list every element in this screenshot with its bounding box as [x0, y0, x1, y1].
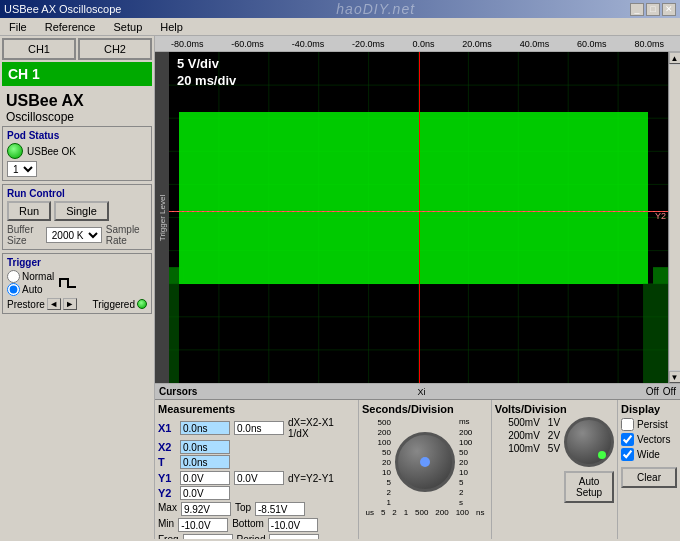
trigger-mode-group: Normal Auto — [7, 270, 54, 296]
stats-row-1: Max 9.92V Top -8.51V — [158, 502, 355, 516]
single-button[interactable]: Single — [54, 201, 109, 221]
dy-label: dY=Y2-Y1 — [288, 473, 334, 484]
voltdiv-knob-container: Auto Setup — [564, 417, 614, 503]
menu-reference[interactable]: Reference — [40, 20, 101, 34]
waveform-high — [179, 112, 648, 284]
voltdiv-500mv: 500mV — [495, 417, 540, 428]
auto-setup-button[interactable]: Auto Setup — [564, 471, 614, 503]
x1-label: X1 — [158, 422, 180, 434]
vectors-label: Vectors — [637, 434, 670, 445]
pod-led — [7, 143, 23, 159]
close-button[interactable]: ✕ — [662, 3, 676, 16]
secdiv-knob-area: 500 200 100 50 20 10 5 2 1 — [378, 417, 473, 507]
time-label-8: 80.0ms — [634, 39, 664, 49]
t-value: 0.0ns — [180, 455, 230, 469]
menu-file[interactable]: File — [4, 20, 32, 34]
time-axis-labels: -80.0ms -60.0ms -40.0ms -20.0ms 0.0ns 20… — [157, 39, 678, 49]
voltdiv-row-2: 100mV 5V — [495, 443, 560, 454]
secdiv-knob[interactable] — [395, 432, 455, 492]
persist-checkbox[interactable] — [621, 418, 634, 431]
menu-help[interactable]: Help — [155, 20, 188, 34]
trigger-normal-option[interactable]: Normal — [7, 270, 54, 283]
cursor-line-vertical — [419, 52, 420, 383]
prestore-left-button[interactable]: ◄ — [47, 298, 61, 310]
left-panel: CH1 CH2 CH 1 USBee AX Oscilloscope Pod S… — [0, 36, 155, 539]
buffer-size-select[interactable]: 2000 K — [46, 227, 102, 243]
brand-name: USBee AX — [6, 92, 148, 110]
secdiv-unit-ms: ms — [459, 417, 472, 426]
secdiv-left-labels: 500 200 100 50 20 10 5 2 1 — [378, 418, 391, 507]
voltdiv-options: 500mV 1V 200mV 2V 100mV 5V — [495, 417, 560, 503]
time-label-7: 60.0ms — [577, 39, 607, 49]
pod-channel-select[interactable]: 1 — [7, 161, 37, 177]
svg-rect-21 — [653, 267, 668, 284]
menu-bar: File Reference Setup Help — [0, 18, 680, 36]
run-control-label: Run Control — [7, 188, 147, 199]
menu-setup[interactable]: Setup — [109, 20, 148, 34]
bottom-label: Bottom — [232, 518, 264, 532]
brand-model: Oscilloscope — [6, 110, 148, 124]
trigger-section: Trigger Normal Auto — [2, 253, 152, 314]
period-label: Period — [237, 534, 266, 539]
stats-row-3: Freq Period — [158, 534, 355, 539]
xi-label: Xi — [418, 387, 426, 397]
svg-rect-19 — [643, 284, 668, 383]
x1-value: 0.0ns — [180, 421, 230, 435]
voltdiv-content: 500mV 1V 200mV 2V 100mV 5V — [495, 417, 614, 503]
active-channel-label: CH 1 — [8, 66, 146, 82]
ch2-tab[interactable]: CH2 — [78, 38, 152, 60]
trigger-auto-option[interactable]: Auto — [7, 283, 54, 296]
vectors-option[interactable]: Vectors — [621, 433, 677, 446]
y2-value: 0.0V — [180, 486, 230, 500]
t-row: T 0.0ns — [158, 455, 355, 469]
triggered-led — [137, 299, 147, 309]
wide-checkbox[interactable] — [621, 448, 634, 461]
active-channel-display: CH 1 — [2, 62, 152, 86]
buffer-size-label: Buffer Size — [7, 224, 42, 246]
scroll-up-button[interactable]: ▲ — [669, 52, 681, 64]
min-label: Min — [158, 518, 174, 532]
clear-button[interactable]: Clear — [621, 467, 677, 488]
minimize-button[interactable]: _ — [630, 3, 644, 16]
time-label-1: -60.0ms — [231, 39, 264, 49]
top-value: -8.51V — [255, 502, 305, 516]
prestore-right-button[interactable]: ► — [63, 298, 77, 310]
right-panel: -80.0ms -60.0ms -40.0ms -20.0ms 0.0ns 20… — [155, 36, 680, 539]
cursor-line-horizontal — [169, 211, 668, 212]
y1-value: 0.0V — [180, 471, 230, 485]
run-button[interactable]: Run — [7, 201, 51, 221]
persist-option[interactable]: Persist — [621, 418, 677, 431]
scope-info-overlay: 5 V/div 20 ms/div — [177, 56, 236, 90]
y1-input: 0.0V — [234, 471, 284, 485]
voltdiv-knob[interactable] — [564, 417, 614, 467]
maximize-button[interactable]: □ — [646, 3, 660, 16]
measurements-title: Measurements — [158, 403, 355, 415]
pod-row: USBee OK — [7, 143, 147, 159]
pod-status-section: Pod Status USBee OK 1 — [2, 126, 152, 181]
time-axis: -80.0ms -60.0ms -40.0ms -20.0ms 0.0ns 20… — [155, 36, 680, 52]
stats-row-2: Min -10.0V Bottom -10.0V — [158, 518, 355, 532]
vectors-checkbox[interactable] — [621, 433, 634, 446]
run-buttons: Run Single — [7, 201, 147, 221]
wide-option[interactable]: Wide — [621, 448, 677, 461]
scope-with-scroll: Trigger Level — [155, 52, 680, 383]
window-controls: _ □ ✕ — [630, 3, 676, 16]
scroll-down-button[interactable]: ▼ — [669, 371, 681, 383]
trigger-row: Normal Auto — [7, 270, 147, 296]
cursor-off-label-2: Off — [663, 386, 676, 397]
ch1-tab[interactable]: CH1 — [2, 38, 76, 60]
x2-label: X2 — [158, 441, 180, 453]
y1-row: Y1 0.0V 0.0V dY=Y2-Y1 — [158, 471, 355, 485]
persist-label: Persist — [637, 419, 668, 430]
time-label-6: 40.0ms — [520, 39, 550, 49]
run-control-section: Run Control Run Single Buffer Size 2000 … — [2, 184, 152, 250]
secdiv-right-labels: ms 200 100 50 20 10 5 2 s — [459, 417, 472, 507]
top-label: Top — [235, 502, 251, 516]
scroll-track[interactable] — [670, 65, 680, 370]
watermark: haoDIY.net — [336, 1, 415, 17]
scope-display: 5 V/div 20 ms/div Y2 — [169, 52, 668, 383]
freq-value — [183, 534, 233, 539]
y2-row: Y2 0.0V — [158, 486, 355, 500]
y2-meas-label: Y2 — [158, 487, 180, 499]
brand-section: USBee AX Oscilloscope — [2, 90, 152, 126]
